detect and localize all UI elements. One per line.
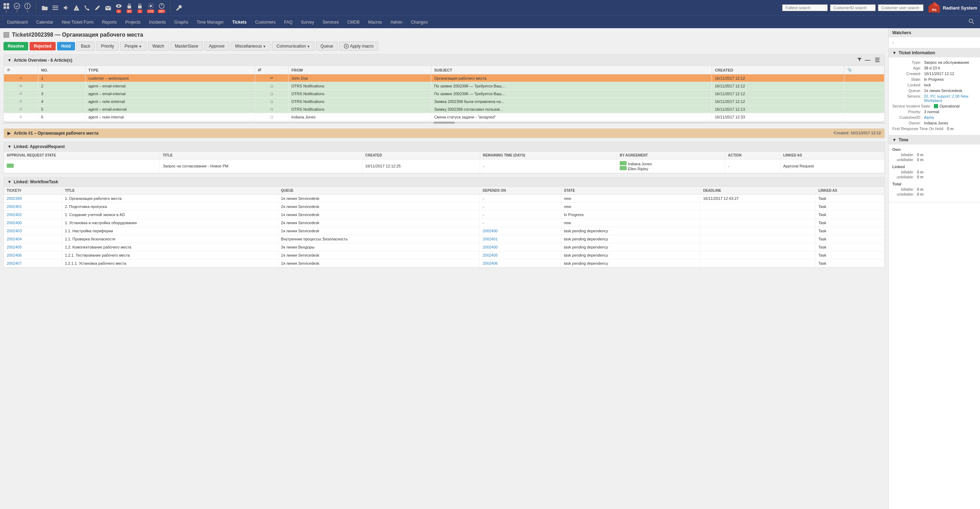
customer-id-link[interactable]: Alpha [924,115,934,120]
star-cell[interactable]: ☆ [4,113,38,121]
ticket-link[interactable]: 2002406 [7,253,22,257]
depends-link[interactable]: 2002401 [483,237,498,241]
nav-time-manager[interactable]: Time Manager [192,17,228,27]
nav-incidents[interactable]: Incidents [145,17,170,27]
back-button[interactable]: Back [76,41,95,51]
people-button[interactable]: People [120,41,146,51]
article-overview-header[interactable]: ▼ Article Overview - 6 Article(s) — ☰ [4,55,885,66]
lock2-icon[interactable]: 2 [136,2,143,13]
customer-user-search[interactable] [878,4,924,11]
resolve-button[interactable]: Resolve [3,42,28,50]
nav-survey[interactable]: Survey [297,17,318,27]
article-preview-header[interactable]: ▶ Article #1 – Организация рабочего мест… [4,129,885,138]
nav-projects[interactable]: Projects [121,17,145,27]
logo-area: RS Radiant System [928,2,977,14]
star-cell[interactable]: ☆ [4,82,38,90]
depends-link[interactable]: 2002400 [483,229,498,233]
approve-button[interactable]: Approve [204,41,229,51]
settings-icon[interactable]: 278 [147,2,154,13]
article-row[interactable]: ☆ 6 agent – note-internal □ Indiana Jone… [4,113,885,121]
power-icon[interactable]: 397 [158,2,165,13]
tasks-nav-icon[interactable]: 7 [13,2,21,13]
info-nav-icon[interactable]: 1 [24,2,31,13]
fulltext-search[interactable] [782,4,828,11]
ticket-link[interactable]: 2002401 [7,204,22,209]
ticket-info-content: Type: Запрос на обслуживание Age: 38 d 2… [889,57,980,135]
priority-button[interactable]: Priority [96,41,118,51]
depends-link[interactable]: 2002406 [483,261,498,265]
depends-link[interactable]: 2002405 [483,253,498,257]
announce-icon[interactable] [62,4,69,11]
list-icon[interactable] [52,4,59,11]
nav-reports[interactable]: Reports [97,17,121,27]
dashboard-nav-icon[interactable]: 1 [3,2,10,13]
article-row[interactable]: ☆ 4 agent – note-external □ OTRS Notific… [4,97,885,105]
col-created[interactable]: CREATED [712,66,845,74]
ticket-link[interactable]: 2002402 [7,212,22,217]
wrench-icon[interactable] [175,4,183,11]
subject-cell: Организация рабочего места [431,74,712,82]
ticket-link[interactable]: 2002407 [7,261,22,265]
nav-calendar[interactable]: Calendar [32,17,58,27]
approval-request-header[interactable]: ▼ Linked: ApprovalRequest [4,142,885,152]
ticket-link[interactable]: 2002400 [7,221,22,225]
approval-request-title: Linked: ApprovalRequest [14,144,65,149]
nav-cmdb[interactable]: CMDB [343,17,364,27]
collapse-button[interactable]: — [864,57,872,64]
ticket-link[interactable]: 2002404 [7,237,22,241]
star-cell[interactable]: ☆ [4,97,38,105]
folder-icon[interactable] [41,4,48,11]
nav-services[interactable]: Services [318,17,343,27]
col-type[interactable]: TYPE [85,66,255,74]
ticket-link[interactable]: 2002399 [7,196,22,201]
star-cell[interactable]: ☆ [4,90,38,97]
nav-graphs[interactable]: Graphs [170,17,192,27]
apply-macro-button[interactable]: Apply macro [339,41,378,51]
nav-admin[interactable]: Admin [386,17,407,27]
expand-button[interactable]: ☰ [873,57,881,64]
star-cell[interactable]: ☆ [4,105,38,113]
nav-customers[interactable]: Customers [251,17,280,27]
pencil-icon[interactable] [94,4,101,11]
hold-button[interactable]: Hold [57,42,75,50]
service-link[interactable]: 02. PC support::2.08 New Workplace [924,94,968,102]
nav-changes[interactable]: Changes [407,17,432,27]
miscellaneous-button[interactable]: Miscellaneous [231,41,270,51]
nav-faq[interactable]: FAQ [280,17,297,27]
ticket-link[interactable]: 2002405 [7,245,22,249]
nav-new-ticket[interactable]: New Ticket Form [57,17,97,27]
type-cell: customer – webrequest [85,74,255,82]
ticket-info-collapse[interactable]: ▼ [892,50,897,55]
col-from[interactable]: FROM [288,66,431,74]
eye-icon[interactable]: 6 [115,2,122,13]
watch-button[interactable]: Watch [148,41,169,51]
phone-icon[interactable] [83,4,91,11]
article-row[interactable]: ☆ 2 agent – email-internal □ OTRS Notifi… [4,82,885,90]
nav-macros[interactable]: Macros [364,17,386,27]
customer-id-search[interactable] [830,4,876,11]
workflow-task-header[interactable]: ▼ Linked: WorkflowTask [4,177,885,187]
masterslave-button[interactable]: MasterSlave [170,41,203,51]
alert-icon[interactable]: ! [73,4,80,11]
article-row[interactable]: ☆ 1 customer – webrequest ↵ John Doe Орг… [4,74,885,82]
col-no[interactable]: NO. [38,66,85,74]
nav-dashboard[interactable]: Dashboard [3,17,32,27]
col-subject[interactable]: SUBJECT [431,66,712,74]
filter-icon[interactable] [857,57,862,63]
nav-tickets[interactable]: Tickets [228,17,251,27]
article-row[interactable]: ☆ 3 agent – email-internal □ OTRS Notifi… [4,90,885,97]
star-cell[interactable]: ☆ [4,74,38,82]
nav-search-icon[interactable] [966,16,977,28]
queue-button[interactable]: Queue [316,41,338,51]
mail-icon[interactable] [105,4,112,11]
article-row[interactable]: ☆ 5 agent – email-external □ OTRS Notifi… [4,105,885,113]
rejected-button[interactable]: Rejected [30,42,56,50]
time-collapse[interactable]: ▼ [892,137,897,142]
watchers-content: - [889,37,980,48]
action-cell: □ [255,105,288,113]
scroll-indicator[interactable] [4,121,885,124]
communication-button[interactable]: Communication [272,41,315,51]
depends-link[interactable]: 2002400 [483,245,498,249]
lock-icon[interactable]: 82 [126,2,133,13]
ticket-link[interactable]: 2002403 [7,229,22,233]
